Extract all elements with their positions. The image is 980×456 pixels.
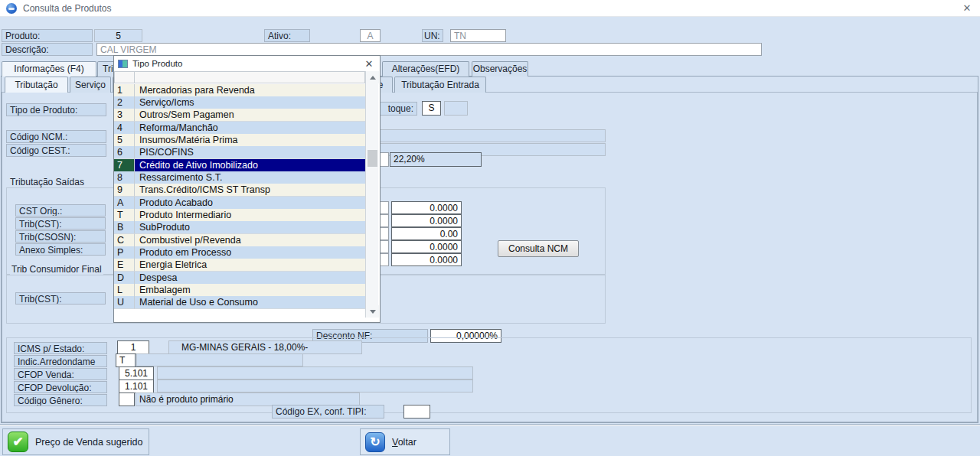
ativo-label: Ativo: bbox=[264, 29, 310, 42]
tab-alteracoes-efd[interactable]: Alterações(EFD) bbox=[382, 61, 469, 77]
tipo-produto-row[interactable]: BSubProduto bbox=[114, 221, 365, 234]
descricao-label: Descrição: bbox=[2, 43, 93, 56]
descricao-field[interactable]: CAL VIRGEM bbox=[96, 43, 762, 56]
row-code: E bbox=[114, 259, 135, 272]
row-code: 6 bbox=[114, 146, 135, 159]
ativo-field[interactable]: A bbox=[360, 29, 381, 42]
row-label: Ressarcimento S.T. bbox=[135, 171, 365, 184]
scroll-down-icon[interactable] bbox=[366, 305, 379, 318]
tab-observacoes[interactable]: Observações bbox=[472, 61, 528, 77]
grid-header-desc bbox=[134, 71, 365, 83]
row-label: Serviço/Icms bbox=[135, 96, 365, 109]
cst-orig-label: CST Orig.: bbox=[15, 204, 106, 217]
tab-informacoes[interactable]: Informações (F4) bbox=[2, 61, 96, 77]
tipo-produto-row[interactable]: 1Mercadorias para Revenda bbox=[114, 84, 365, 97]
tipo-produto-row[interactable]: 8Ressarcimento S.T. bbox=[114, 171, 365, 184]
saida-value-field[interactable]: 0.0000 bbox=[391, 201, 462, 214]
row-label: Crédito de Ativo Imobilizado bbox=[135, 159, 365, 172]
codigo-genero-label: Código Gênero: bbox=[14, 394, 107, 406]
row-label: Trans.Crédito/ICMS ST Transp bbox=[135, 184, 365, 197]
subtab-tributacao-entrada[interactable]: Tributação Entrada bbox=[394, 77, 486, 93]
produto-label: Produto: bbox=[2, 29, 93, 42]
title-bar: Consulta de Produtos ✕ bbox=[0, 0, 980, 17]
row-code: A bbox=[114, 197, 135, 210]
row-label: Embalagem bbox=[135, 284, 365, 297]
tipo-produto-row[interactable]: 2Serviço/Icms bbox=[114, 96, 365, 109]
estoque-extra-field[interactable] bbox=[444, 101, 468, 116]
back-arrow-icon: ↻ bbox=[365, 432, 385, 452]
un-field[interactable]: TN bbox=[450, 29, 506, 42]
cfop-venda-field[interactable]: 5.101 bbox=[119, 366, 154, 380]
tipo-produto-row[interactable]: LEmbalagem bbox=[114, 284, 365, 297]
window-title: Consulta de Produtos bbox=[23, 3, 111, 14]
saida-value-field[interactable]: 0.0000 bbox=[391, 214, 462, 227]
saida-value-field[interactable]: 0.0000 bbox=[391, 240, 462, 253]
tipo-produto-row[interactable]: UMaterial de Uso e Consumo bbox=[114, 296, 365, 309]
icms-estado-field[interactable]: 1 bbox=[117, 340, 149, 354]
row-code: 8 bbox=[114, 171, 135, 184]
row-label: SubProduto bbox=[135, 221, 365, 234]
popup-title-bar[interactable]: Tipo Produto ✕ bbox=[114, 56, 380, 71]
consulta-produtos-window: Consulta de Produtos ✕ Produto: 5 Descri… bbox=[0, 0, 980, 456]
row-code: 1 bbox=[114, 84, 135, 97]
produto-field[interactable]: 5 bbox=[94, 29, 142, 42]
row-label: Produto Intermediario bbox=[135, 209, 365, 222]
codigo-genero-field[interactable] bbox=[119, 392, 135, 406]
cfop-devolucao-label: CFOP Devolução: bbox=[14, 381, 107, 393]
codigo-ncm-label: Código NCM.: bbox=[6, 130, 106, 143]
tipo-produto-row[interactable]: AProduto Acabado bbox=[114, 197, 365, 210]
row-code: C bbox=[114, 234, 135, 247]
indic-arredondamento-label: Indic.Arredondame bbox=[14, 355, 107, 367]
row-label: PIS/COFINS bbox=[135, 146, 365, 159]
cfop-venda-desc bbox=[157, 366, 473, 379]
window-close-icon[interactable]: ✕ bbox=[959, 2, 975, 15]
subtab-tributacao[interactable]: Tributação bbox=[5, 77, 68, 93]
cfop-devolucao-field[interactable]: 1.101 bbox=[119, 379, 154, 393]
subtab-servico[interactable]: Serviço bbox=[70, 77, 111, 93]
cfop-devolucao-desc bbox=[157, 379, 473, 392]
tipo-produto-row[interactable]: 5Insumos/Matéria Prima bbox=[114, 134, 365, 147]
popup-close-icon[interactable]: ✕ bbox=[363, 58, 375, 70]
preco-venda-button[interactable]: ✔ Preço de Venda sugerido bbox=[2, 428, 149, 455]
un-label: UN: bbox=[422, 29, 443, 42]
row-code: P bbox=[114, 246, 135, 259]
saida-value-field[interactable]: 0.00 bbox=[391, 227, 462, 240]
row-label: Insumos/Matéria Prima bbox=[135, 134, 365, 147]
tipo-produto-row[interactable]: CCombustivel p/Revenda bbox=[114, 234, 365, 247]
row-label: Material de Uso e Consumo bbox=[135, 296, 365, 309]
tipo-produto-row[interactable]: 9Trans.Crédito/ICMS ST Transp bbox=[114, 184, 365, 197]
tipo-produto-grid: 1Mercadorias para Revenda2Serviço/Icms3O… bbox=[114, 71, 380, 318]
indic-arredondamento-field[interactable]: T bbox=[116, 353, 136, 367]
voltar-button[interactable]: ↻ Voltar bbox=[360, 428, 450, 455]
row-code: 2 bbox=[114, 96, 135, 109]
scrollbar-thumb[interactable] bbox=[368, 150, 377, 167]
consulta-ncm-button[interactable]: Consulta NCM bbox=[498, 240, 579, 257]
tipo-produto-row[interactable]: DDespesa bbox=[114, 272, 365, 285]
app-icon bbox=[6, 3, 17, 14]
scroll-up-icon[interactable] bbox=[366, 71, 379, 83]
tipo-produto-row[interactable]: 3Outros/Sem Pagamen bbox=[114, 109, 365, 122]
row-label: Produto Acabado bbox=[135, 197, 365, 210]
trib-consumidor-caption: Trib Consumidor Final bbox=[10, 264, 103, 275]
anexo-simples-label: Anexo Simples: bbox=[15, 243, 106, 256]
trib-csosn-label: Trib(CSOSN): bbox=[15, 230, 106, 243]
preco-venda-label: Preço de Venda sugerido bbox=[35, 437, 142, 448]
tipo-produto-row[interactable]: 4Reforma/Manchão bbox=[114, 122, 365, 135]
popup-scrollbar[interactable] bbox=[365, 71, 378, 318]
tipo-produto-row[interactable]: PProduto em Processo bbox=[114, 246, 365, 259]
row-code: U bbox=[114, 296, 135, 309]
trib-cst-label: Trib(CST): bbox=[15, 217, 106, 230]
row-code: 5 bbox=[114, 134, 135, 147]
row-label: Reforma/Manchão bbox=[135, 122, 365, 135]
tributacao-saidas-caption: Tributação Saídas bbox=[10, 177, 84, 187]
saida-value-field[interactable]: 0.0000 bbox=[391, 253, 462, 266]
tipo-produto-row[interactable]: EEnergia Eletrica bbox=[114, 259, 365, 272]
estoque-field[interactable]: S bbox=[422, 101, 441, 116]
percent-field[interactable]: 22,20% bbox=[390, 152, 482, 167]
codigo-ex-tipi-field[interactable] bbox=[403, 405, 430, 419]
tipo-produto-row[interactable]: 6PIS/COFINS bbox=[114, 146, 365, 159]
tipo-produto-row[interactable]: TProduto Intermediario bbox=[114, 209, 365, 222]
tipo-produto-row[interactable]: 7Crédito de Ativo Imobilizado bbox=[114, 159, 365, 172]
row-label: Combustivel p/Revenda bbox=[135, 234, 365, 247]
row-code: T bbox=[114, 209, 135, 222]
